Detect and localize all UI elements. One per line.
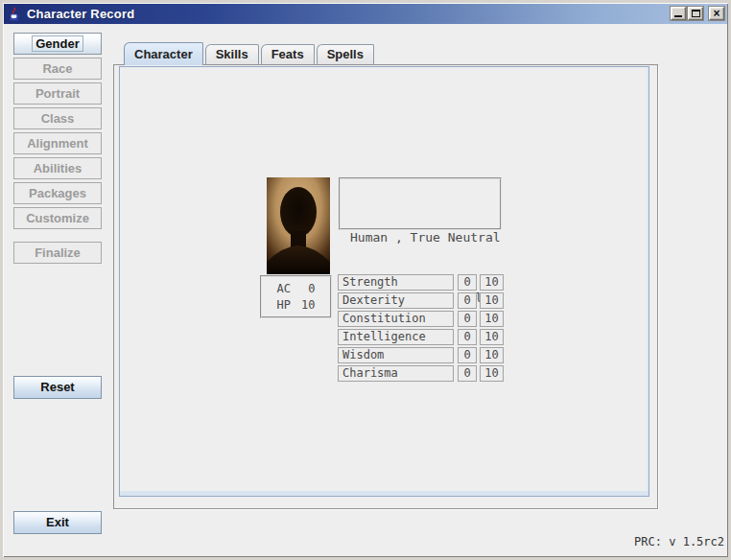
ac-label: AC — [277, 282, 291, 295]
ability-mod-intelligence: 0 — [458, 329, 477, 345]
ability-score-dexterity: 10 — [480, 292, 504, 309]
minimize-button[interactable] — [671, 7, 686, 20]
close-icon: × — [713, 9, 719, 18]
title-bar: Character Record × — [3, 3, 728, 24]
sidebar-button-alignment[interactable]: Alignment — [13, 132, 102, 154]
ability-score-constitution: 10 — [480, 311, 504, 327]
hp-label: HP — [277, 298, 291, 312]
ability-score-wisdom: 10 — [480, 347, 504, 363]
character-summary-box: Human , True Neutral Fighter - Male — [339, 177, 502, 230]
maximize-icon — [692, 10, 700, 17]
sidebar-button-class[interactable]: Class — [13, 107, 102, 129]
reset-button[interactable]: Reset — [13, 376, 102, 399]
ac-row: AC 0 — [277, 282, 316, 295]
ability-mod-constitution: 0 — [458, 311, 477, 327]
ability-name-constitution: Constitution — [338, 311, 454, 327]
ability-score-intelligence: 10 — [480, 329, 504, 345]
hp-value: 10 — [300, 298, 316, 312]
tab-strip: Character Skills Feats Spells — [124, 42, 374, 65]
window-controls: × — [671, 7, 724, 20]
ability-name-charisma: Charisma — [338, 365, 454, 382]
sidebar-button-portrait[interactable]: Portrait — [13, 82, 102, 105]
sidebar-button-finalize[interactable]: Finalize — [13, 242, 102, 264]
sidebar-button-customize[interactable]: Customize — [13, 207, 102, 229]
exit-button[interactable]: Exit — [13, 511, 102, 534]
ability-score-charisma: 10 — [480, 365, 504, 382]
ability-mod-dexterity: 0 — [458, 292, 477, 309]
vitals-box: AC 0 HP 10 — [260, 275, 332, 318]
window-title: Character Record — [27, 7, 134, 21]
minimize-icon — [674, 15, 682, 17]
ability-mod-charisma: 0 — [458, 365, 477, 382]
ability-name-strength: Strength — [338, 274, 454, 291]
character-portrait — [267, 177, 330, 274]
character-record-window: Character Record × Gender Race Portrait … — [0, 0, 731, 560]
gender-button-label: Gender — [32, 35, 83, 52]
tab-spells[interactable]: Spells — [317, 44, 374, 64]
ac-value: 0 — [300, 282, 316, 295]
close-button[interactable]: × — [709, 7, 724, 20]
ability-score-strength: 10 — [480, 274, 504, 291]
tab-skills[interactable]: Skills — [205, 44, 259, 64]
ability-name-wisdom: Wisdom — [338, 347, 454, 363]
version-status-label: PRC: v 1.5rc2 — [537, 535, 724, 548]
ability-mod-wisdom: 0 — [458, 347, 477, 363]
sidebar-button-gender[interactable]: Gender — [13, 33, 102, 55]
hp-row: HP 10 — [277, 298, 316, 312]
summary-race-alignment: Human , True Neutral — [350, 227, 490, 247]
sidebar-button-packages[interactable]: Packages — [13, 182, 102, 204]
ability-name-dexterity: Dexterity — [338, 292, 454, 309]
java-logo-icon — [7, 7, 21, 21]
tab-character[interactable]: Character — [124, 42, 203, 65]
tab-feats[interactable]: Feats — [261, 44, 315, 64]
sidebar-button-abilities[interactable]: Abilities — [13, 157, 102, 179]
ability-mod-strength: 0 — [458, 274, 477, 291]
ability-name-intelligence: Intelligence — [338, 329, 454, 345]
sidebar-button-race[interactable]: Race — [13, 58, 102, 80]
maximize-button[interactable] — [688, 7, 703, 20]
